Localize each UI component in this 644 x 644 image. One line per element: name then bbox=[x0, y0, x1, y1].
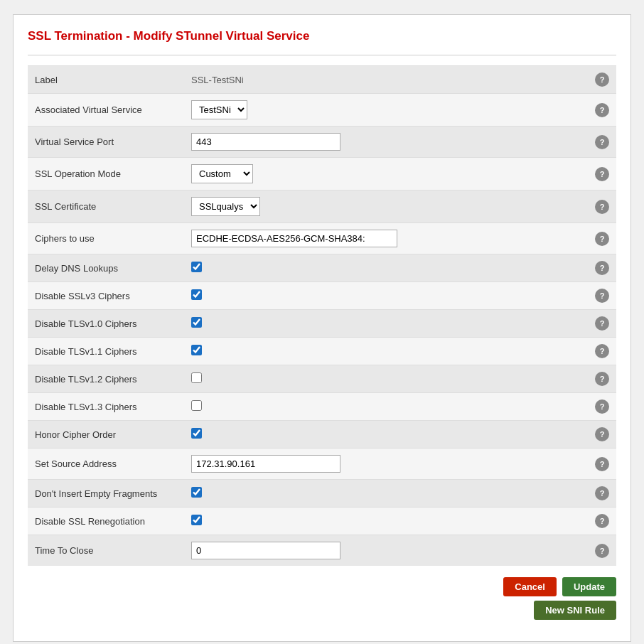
help-icon-source-addr[interactable]: ? bbox=[595, 457, 609, 471]
cancel-button[interactable]: Cancel bbox=[503, 577, 557, 596]
disable-sslv3-checkbox[interactable] bbox=[191, 289, 202, 300]
form-table: Label SSL-TestSNi ? Associated Virtual S… bbox=[28, 65, 616, 566]
label-label: Label bbox=[28, 66, 184, 94]
row-disable-tlsv13: Disable TLSv1.3 Ciphers ? bbox=[28, 393, 616, 421]
row-label: Label SSL-TestSNi ? bbox=[28, 66, 616, 94]
row-associated-vs: Associated Virtual Service TestSNi ? bbox=[28, 94, 616, 127]
row-vs-port: Virtual Service Port ? bbox=[28, 127, 616, 158]
new-sni-rule-button[interactable]: New SNI Rule bbox=[534, 601, 616, 620]
disable-tlsv10-checkbox[interactable] bbox=[191, 317, 202, 328]
vs-port-input[interactable] bbox=[191, 133, 340, 151]
help-icon-tlsv13[interactable]: ? bbox=[595, 399, 609, 414]
disable-tlsv10-label: Disable TLSv1.0 Ciphers bbox=[28, 310, 184, 338]
disable-sslv3-label: Disable SSLv3 Ciphers bbox=[28, 282, 184, 310]
ciphers-input[interactable] bbox=[191, 230, 397, 247]
help-icon-tlsv10[interactable]: ? bbox=[595, 316, 609, 331]
help-icon-sslv3[interactable]: ? bbox=[595, 289, 609, 303]
row-disable-tlsv11: Disable TLSv1.1 Ciphers ? bbox=[28, 338, 616, 365]
help-icon-ssl-reneg[interactable]: ? bbox=[595, 514, 609, 528]
row-no-empty-frags: Don't Insert Empty Fragments ? bbox=[28, 480, 616, 508]
help-icon-ssl-cert[interactable]: ? bbox=[595, 200, 609, 214]
vs-port-label: Virtual Service Port bbox=[28, 127, 184, 158]
disable-ssl-reneg-checkbox[interactable] bbox=[191, 515, 202, 525]
help-icon-ciphers[interactable]: ? bbox=[595, 232, 609, 246]
help-icon-ssl-mode[interactable]: ? bbox=[595, 167, 609, 181]
page-title: SSL Termination - Modify STunnel Virtual… bbox=[28, 29, 616, 43]
disable-tlsv13-checkbox[interactable] bbox=[191, 400, 202, 411]
time-to-close-input[interactable] bbox=[191, 542, 340, 559]
time-to-close-label: Time To Close bbox=[28, 535, 184, 567]
help-icon-vs[interactable]: ? bbox=[595, 103, 609, 117]
associated-vs-select[interactable]: TestSNi bbox=[191, 100, 247, 119]
ssl-mode-label: SSL Operation Mode bbox=[28, 158, 184, 190]
row-delay-dns: Delay DNS Lookups ? bbox=[28, 254, 616, 282]
row-disable-tlsv10: Disable TLSv1.0 Ciphers ? bbox=[28, 310, 616, 338]
disable-tlsv11-label: Disable TLSv1.1 Ciphers bbox=[28, 338, 184, 365]
ssl-cert-select[interactable]: SSLqualys bbox=[191, 197, 260, 216]
ssl-mode-select[interactable]: CustomStandardPCI bbox=[191, 164, 253, 183]
source-address-input[interactable] bbox=[191, 455, 340, 473]
disable-tlsv11-checkbox[interactable] bbox=[191, 345, 202, 355]
row-disable-ssl-reneg: Disable SSL Renegotiation ? bbox=[28, 508, 616, 535]
delay-dns-label: Delay DNS Lookups bbox=[28, 254, 184, 282]
associated-vs-label: Associated Virtual Service bbox=[28, 94, 184, 127]
ciphers-label: Ciphers to use bbox=[28, 223, 184, 254]
row-source-address: Set Source Address ? bbox=[28, 449, 616, 480]
no-empty-frags-label: Don't Insert Empty Fragments bbox=[28, 480, 184, 508]
source-address-label: Set Source Address bbox=[28, 449, 184, 480]
row-ssl-cert: SSL Certificate SSLqualys ? bbox=[28, 190, 616, 223]
ssl-cert-label: SSL Certificate bbox=[28, 190, 184, 223]
row-ssl-mode: SSL Operation Mode CustomStandardPCI ? bbox=[28, 158, 616, 190]
no-empty-frags-checkbox[interactable] bbox=[191, 487, 202, 498]
help-icon-time-to-close[interactable]: ? bbox=[595, 544, 609, 558]
sni-button-row: New SNI Rule bbox=[28, 601, 616, 620]
row-time-to-close: Time To Close ? bbox=[28, 535, 616, 567]
honor-cipher-label: Honor Cipher Order bbox=[28, 421, 184, 449]
help-icon-port[interactable]: ? bbox=[595, 135, 609, 149]
help-icon-delay-dns[interactable]: ? bbox=[595, 261, 609, 275]
honor-cipher-checkbox[interactable] bbox=[191, 428, 202, 439]
help-icon-label[interactable]: ? bbox=[595, 73, 609, 87]
disable-tlsv12-checkbox[interactable] bbox=[191, 372, 202, 383]
action-buttons: Cancel Update bbox=[28, 577, 616, 596]
row-disable-tlsv12: Disable TLSv1.2 Ciphers ? bbox=[28, 365, 616, 393]
disable-tlsv13-label: Disable TLSv1.3 Ciphers bbox=[28, 393, 184, 421]
row-disable-sslv3: Disable SSLv3 Ciphers ? bbox=[28, 282, 616, 310]
help-icon-no-empty-frags[interactable]: ? bbox=[595, 486, 609, 500]
disable-tlsv12-label: Disable TLSv1.2 Ciphers bbox=[28, 365, 184, 393]
row-honor-cipher: Honor Cipher Order ? bbox=[28, 421, 616, 449]
disable-ssl-reneg-label: Disable SSL Renegotiation bbox=[28, 508, 184, 535]
help-icon-honor-cipher[interactable]: ? bbox=[595, 427, 609, 441]
help-icon-tlsv11[interactable]: ? bbox=[595, 344, 609, 358]
row-ciphers: Ciphers to use ? bbox=[28, 223, 616, 254]
help-icon-tlsv12[interactable]: ? bbox=[595, 372, 609, 386]
update-button[interactable]: Update bbox=[562, 577, 616, 596]
delay-dns-checkbox[interactable] bbox=[191, 262, 202, 272]
label-value: SSL-TestSNi bbox=[191, 75, 244, 85]
